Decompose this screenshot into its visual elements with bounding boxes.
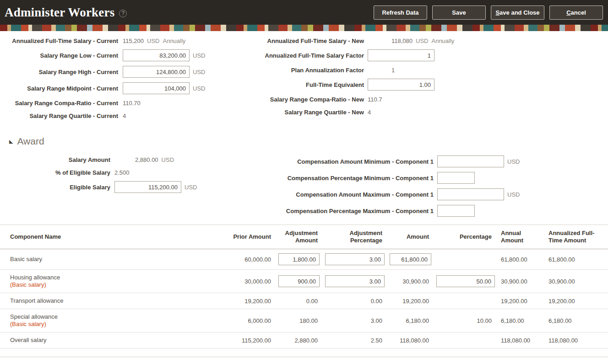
adjustment-amount-value: 2,880.00 [294, 337, 318, 344]
prior-amount-value: 115,200.00 [242, 337, 271, 344]
salary-section: Annualized Full-Time Salary - Current 11… [0, 34, 608, 122]
annualized-full-time-amount-value: 118,080.00 [548, 337, 578, 344]
field-value: 2.500 [114, 169, 130, 176]
field-comp-percentage-min-component-1: Compensation Percentage Minimum - Compon… [256, 170, 608, 186]
compensation-percentage-minimum-input[interactable] [437, 172, 475, 184]
field-label: Annualized Full-Time Salary - New [256, 37, 364, 44]
percentage-input[interactable] [436, 275, 495, 287]
amount-value: 6,180.00 [406, 317, 429, 324]
table-row-overall-salary: Overall salary 115,200.00 2,880.00 2.50 … [0, 332, 608, 348]
salary-range-low-input[interactable] [123, 49, 190, 61]
table-row-special-allowance: Special allowance (Basic salary) 6,000.0… [0, 309, 608, 332]
award-grid: Salary Amount 2,880.00 USD % of Eligible… [0, 153, 608, 219]
currency-suffix: USD [193, 69, 205, 75]
annual-amount-value: 30,900.00 [501, 278, 527, 285]
adjustment-amount-value: 180.00 [299, 317, 318, 324]
compensation-percentage-maximum-input[interactable] [437, 205, 475, 217]
table-row-housing-allowance: Housing allowance (Basic salary) 30,000.… [0, 270, 608, 293]
field-label: Compensation Amount Minimum - Component … [256, 158, 434, 165]
field-label: Annualized Full-Time Salary Factor [256, 52, 364, 59]
currency-suffix: USD [416, 37, 428, 44]
field-value: 1 [391, 67, 395, 74]
field-label: Compensation Amount Maximum - Component … [256, 191, 434, 198]
adjustment-amount-input[interactable] [278, 253, 320, 265]
compensation-amount-minimum-input[interactable] [437, 155, 504, 167]
column-header-adjustment-amount: Adjustment Amount [275, 225, 321, 249]
salary-left-column: Annualized Full-Time Salary - Current 11… [0, 34, 256, 122]
currency-suffix: USD [147, 37, 159, 44]
field-annualized-full-time-salary-new: Annualized Full-Time Salary - New 118,08… [256, 34, 608, 47]
field-value: 118,080 [391, 37, 413, 44]
currency-suffix: USD [507, 158, 520, 165]
field-label: Compensation Percentage Minimum - Compon… [256, 175, 434, 182]
field-salary-range-quartile-current: Salary Range Quartile - Current 4 [0, 109, 256, 122]
component-parent-name: (Basic salary) [10, 321, 193, 328]
page-title: Administer Workers [5, 5, 114, 20]
award-section-title: Award [17, 136, 44, 147]
components-table: Component Name Prior Amount Adjustment A… [0, 225, 608, 348]
column-header-annual-amount: Annual Amount [495, 225, 545, 249]
field-label: Eligible Salary [0, 184, 110, 191]
field-label: Plan Annualization Factor [256, 67, 364, 74]
annual-amount-value: 61,800.00 [501, 256, 527, 263]
salary-range-high-input[interactable] [123, 66, 190, 78]
component-name: Overall salary [10, 337, 46, 343]
column-header-percentage: Percentage [433, 225, 495, 249]
salary-range-midpoint-input[interactable] [123, 82, 190, 94]
annualized-full-time-amount-value: 30,900.00 [548, 278, 575, 285]
refresh-data-button[interactable]: Refresh Data [374, 5, 427, 20]
adjustment-percentage-input[interactable] [325, 253, 385, 265]
adjustment-percentage-input[interactable] [325, 275, 385, 287]
field-label: Salary Range Quartile - New [256, 109, 364, 116]
field-value: 2,880.00 [135, 156, 158, 163]
adjustment-amount-input[interactable] [278, 275, 320, 287]
component-parent-name: (Basic salary) [10, 281, 193, 289]
eligible-salary-input[interactable] [114, 181, 181, 193]
section-divider [0, 357, 608, 357]
decorative-banner [0, 25, 608, 31]
annualized-full-time-amount-value: 61,800.00 [548, 256, 575, 263]
prior-amount-value: 60,000.00 [244, 256, 271, 263]
help-icon[interactable]: ? [119, 10, 127, 17]
adjustment-percentage-value: 3.00 [371, 317, 382, 324]
field-label: Salary Range Low - Current [0, 52, 118, 59]
adjustment-percentage-value: 0.00 [371, 298, 382, 305]
annualized-full-time-amount-value: 19,200.00 [548, 298, 575, 305]
percentage-value: 10.00 [477, 317, 492, 324]
amount-input[interactable] [390, 253, 431, 265]
amount-value: 19,200.00 [402, 298, 429, 305]
save-and-close-button[interactable]: Save and Close [491, 5, 544, 20]
award-right-column: Compensation Amount Minimum - Component … [256, 153, 608, 219]
field-label: Salary Range Midpoint - Current [0, 85, 118, 92]
table-row-transport-allowance: Transport allowance 19,200.00 0.00 0.00 … [0, 293, 608, 309]
field-pct-of-eligible-salary: % of Eligible Salary 2.500 [0, 166, 256, 179]
main-content: Annualized Full-Time Salary - Current 11… [0, 31, 608, 357]
annualized-full-time-amount-value: 6,180.00 [548, 317, 572, 324]
award-left-column: Salary Amount 2,880.00 USD % of Eligible… [0, 153, 256, 219]
collapse-icon[interactable]: ◣ [9, 139, 13, 144]
field-plan-annualization-factor: Plan Annualization Factor 1 [256, 64, 608, 76]
field-value: 115,200 [123, 37, 144, 44]
save-button[interactable]: Save [432, 5, 486, 20]
frequency-suffix: Annually [431, 37, 454, 44]
annual-amount-value: 19,200.00 [501, 298, 527, 305]
currency-suffix: USD [185, 184, 197, 191]
adjustment-percentage-value: 2.50 [371, 337, 382, 344]
table-row-basic-salary: Basic salary 60,000.00 61,800.00 61,800.… [0, 249, 608, 270]
field-label: Full-Time Equivalent [256, 81, 364, 88]
field-salary-range-compa-ratio-current: Salary Range Compa-Ratio - Current 110.7… [0, 96, 256, 109]
adjustment-amount-value: 0.00 [306, 298, 318, 305]
full-time-equivalent-input[interactable] [368, 79, 434, 91]
prior-amount-value: 30,000.00 [244, 278, 271, 285]
cancel-button[interactable]: Cancel [549, 5, 603, 20]
field-value: 110.70 [123, 100, 141, 107]
compensation-amount-maximum-input[interactable] [437, 188, 504, 200]
field-comp-amount-min-component-1: Compensation Amount Minimum - Component … [256, 153, 608, 170]
annual-amount-value: 118,080.00 [501, 337, 530, 344]
field-salary-range-quartile-new: Salary Range Quartile - New 4 [256, 106, 608, 118]
prior-amount-value: 19,200.00 [244, 298, 271, 305]
field-annualized-full-time-salary-current: Annualized Full-Time Salary - Current 11… [0, 34, 256, 47]
annualized-full-time-salary-factor-input[interactable] [368, 49, 434, 61]
field-salary-range-high-current: Salary Range High - Current USD [0, 64, 256, 80]
field-salary-amount: Salary Amount 2,880.00 USD [0, 153, 256, 166]
